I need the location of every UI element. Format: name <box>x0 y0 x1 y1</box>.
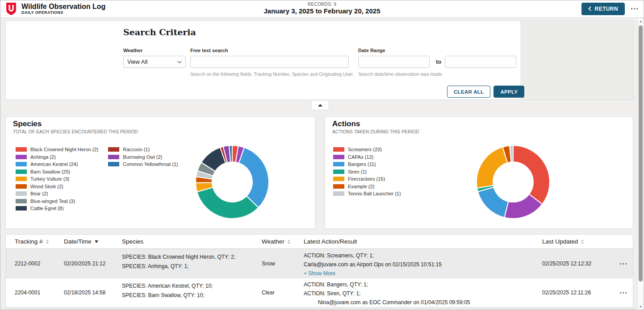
column-header-datetime[interactable]: Date/Time <box>64 238 122 245</box>
table-row: ACTION: Firecrackers, QTY: 5; <box>6 307 633 310</box>
show-more-link[interactable]: + Show More <box>304 269 542 278</box>
legend-item: Screamers (23) <box>333 147 401 152</box>
table-row: 2204-000102/18/2025 14:58SPECIES: Americ… <box>6 278 633 307</box>
cell-species <box>122 307 262 310</box>
header-menu-icon[interactable] <box>631 8 638 9</box>
donut-slice[interactable] <box>477 147 507 188</box>
actions-panel-title: Actions <box>332 120 360 128</box>
species-donut-chart[interactable] <box>192 142 272 222</box>
page-title: Wildlife Observation Log <box>21 3 105 10</box>
legend-swatch <box>16 199 27 203</box>
legend-swatch <box>108 155 119 159</box>
chevron-left-icon <box>588 6 591 11</box>
legend-item: Bear (2) <box>16 191 98 196</box>
sort-icon <box>288 240 290 244</box>
date-range-help: Search date/time observation was made. <box>358 71 443 77</box>
legend-swatch <box>333 191 344 196</box>
legend-item: Anhinga (2) <box>16 155 98 159</box>
legend-swatch <box>108 147 119 152</box>
cell-tracking-number <box>6 307 64 310</box>
cell-weather <box>262 307 304 310</box>
row-menu-icon[interactable] <box>620 292 627 293</box>
donut-slice[interactable] <box>513 145 550 204</box>
column-header-weather[interactable]: Weather <box>262 238 304 245</box>
column-header-last-updated[interactable]: Last Updated <box>542 238 614 245</box>
free-text-help: Search on the following fields: Tracking… <box>190 71 354 77</box>
column-label: Weather <box>262 238 284 245</box>
column-header-action[interactable]: Latest Action/Result <box>304 238 542 245</box>
collapse-arrow-up-icon <box>318 104 322 107</box>
clear-all-button[interactable]: CLEAR ALL <box>447 86 490 98</box>
app-logo-shield-icon <box>5 2 17 16</box>
date-from-input[interactable] <box>358 56 430 68</box>
column-header-tracking[interactable]: Tracking # <box>6 238 64 245</box>
legend-label: Screamers (23) <box>348 147 382 152</box>
search-criteria-panel: Search Criteria Weather View All Free te… <box>5 21 633 100</box>
legend-item: Barn Swallow (25) <box>16 169 98 174</box>
vertical-scrollbar[interactable]: ▲ ▼ <box>637 18 644 310</box>
cell-species: SPECIES: American Kestrel, QTY: 10;SPECI… <box>122 278 262 307</box>
collapse-search-button[interactable] <box>311 100 329 110</box>
legend-item: Cattle Egret (8) <box>16 206 98 211</box>
column-label: Date/Time <box>64 238 92 245</box>
free-text-search-input[interactable] <box>190 56 349 68</box>
column-label: Tracking # <box>15 238 43 245</box>
legend-swatch <box>333 147 344 152</box>
search-criteria-title: Search Criteria <box>123 27 196 37</box>
legend-item: Blue-winged Teal (3) <box>16 199 98 203</box>
actions-chart-panel: Actions ACTIONS TAKEN DURING THIS PERIOD… <box>325 116 633 229</box>
scrollbar-thumb[interactable] <box>639 25 643 281</box>
cell-datetime <box>64 307 122 310</box>
weather-select[interactable]: View All <box>123 56 186 68</box>
date-to-label: to <box>436 58 441 65</box>
legend-item: Raccoon (1) <box>108 147 178 152</box>
cell-last-updated: 02/25/2025 12:11:26 <box>542 278 614 307</box>
date-to-input[interactable] <box>445 56 516 68</box>
legend-item: Siren (1) <box>333 169 401 174</box>
scroll-down-icon[interactable]: ▼ <box>638 305 644 308</box>
legend-item: Firecrackers (15) <box>333 177 401 181</box>
row-menu-icon[interactable] <box>620 263 627 265</box>
legend-swatch <box>333 184 344 189</box>
legend-label: Burrowing Owl (2) <box>123 154 162 160</box>
records-count: RECORDS: 9 <box>264 2 381 7</box>
weather-label: Weather <box>123 48 142 53</box>
app-header: Wildlife Observation Log DAILY OPERATION… <box>0 0 644 18</box>
cell-tracking-number: 2212-0002 <box>6 249 64 278</box>
page-subtitle: DAILY OPERATIONS <box>21 10 105 15</box>
apply-button[interactable]: APPLY <box>493 86 524 98</box>
legend-item: Example (2) <box>333 184 401 189</box>
donut-slice[interactable] <box>478 187 508 218</box>
cell-weather: Clear <box>262 278 304 307</box>
legend-swatch <box>16 162 27 166</box>
legend-label: Barn Swallow (25) <box>30 169 70 174</box>
main-content: Search Criteria Weather View All Free te… <box>0 18 637 310</box>
report-date-range: January 3, 2025 to February 20, 2025 <box>264 7 381 15</box>
search-panel-spacer <box>520 21 633 99</box>
legend-label: Common Yellowthroat (1) <box>123 161 178 167</box>
legend-swatch <box>16 206 27 211</box>
legend-item: Turkey Vulture (3) <box>16 177 98 181</box>
scroll-up-icon[interactable]: ▲ <box>638 20 644 23</box>
legend-label: Turkey Vulture (3) <box>30 176 69 182</box>
cell-last-updated <box>542 307 614 310</box>
free-text-label: Free text search <box>190 48 228 53</box>
column-label: Species <box>122 238 143 245</box>
cell-last-updated: 02/25/2025 12:12:32 <box>542 249 614 278</box>
legend-swatch <box>333 162 344 166</box>
legend-label: Raccoon (1) <box>123 147 150 152</box>
cell-datetime: 02/18/2025 14:58 <box>64 278 122 307</box>
legend-item: Wood Stork (2) <box>16 184 98 189</box>
cell-row-menu <box>614 249 633 278</box>
legend-swatch <box>16 191 27 196</box>
column-header-species[interactable]: Species <box>122 238 262 245</box>
sort-icon <box>581 240 584 244</box>
legend-item: Burrowing Owl (2) <box>108 155 178 159</box>
legend-swatch <box>333 177 344 181</box>
date-range-label: Date Range <box>358 48 385 53</box>
actions-donut-chart[interactable] <box>473 142 553 222</box>
cell-latest-action: ACTION: Firecrackers, QTY: 5; <box>304 307 542 310</box>
return-button[interactable]: RETURN <box>581 3 625 15</box>
cell-datetime: 02/20/2025 21:12 <box>64 249 122 278</box>
species-chart-panel: Species TOTAL OF EACH SPECIES ENCOUNTERE… <box>5 116 315 229</box>
